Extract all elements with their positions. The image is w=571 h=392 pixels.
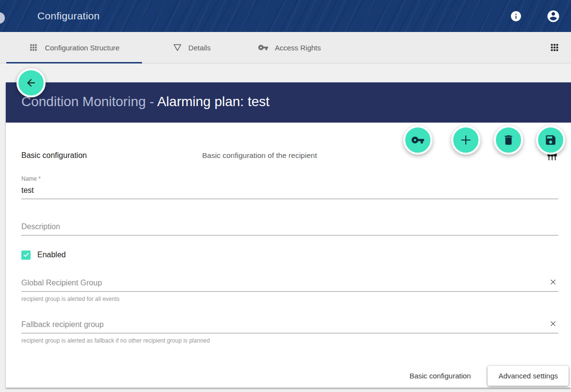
fallback-recipient-group-input[interactable]	[21, 318, 558, 333]
banner-title: Condition Monitoring - Alarming plan: te…	[6, 82, 571, 110]
enabled-label: Enabled	[37, 251, 66, 259]
triangle-icon	[173, 43, 182, 52]
header-actions	[510, 0, 560, 32]
tab-label: Configuration Structure	[45, 44, 119, 52]
save-button[interactable]	[536, 125, 565, 155]
fallback-recipient-group-helper: recipient group is alerted as fallback i…	[21, 337, 558, 344]
enabled-row: Enabled	[21, 250, 558, 260]
account-icon[interactable]	[546, 9, 560, 23]
enabled-checkbox[interactable]	[21, 251, 31, 260]
footer-actions: Basic configuration Advanced settings	[21, 366, 569, 386]
tab-label: Details	[189, 44, 211, 52]
detail-card: Condition Monitoring - Alarming plan: te…	[6, 82, 571, 388]
fallback-recipient-group-field: recipient group is alerted as fallback i…	[21, 318, 558, 344]
section-title: Basic configuration	[21, 151, 202, 160]
clear-icon[interactable]	[549, 320, 557, 328]
left-edge-logo	[0, 12, 5, 24]
add-button[interactable]	[451, 125, 480, 155]
description-field	[21, 220, 558, 235]
access-rights-button[interactable]	[403, 125, 432, 155]
section-subtitle: Basic configuration of the recipient	[202, 151, 317, 160]
tab-details[interactable]: Details	[142, 32, 241, 63]
clear-icon[interactable]	[549, 278, 557, 286]
banner-title-prefix: Condition Monitoring -	[21, 94, 157, 109]
content-area: Condition Monitoring - Alarming plan: te…	[0, 63, 571, 392]
global-recipient-group-input[interactable]	[21, 277, 558, 292]
form-body: Basic configuration Basic configuration …	[6, 123, 571, 386]
grid-icon	[29, 43, 38, 52]
back-button[interactable]	[16, 68, 46, 97]
tab-bar: Configuration Structure Details Access R…	[0, 32, 571, 63]
name-field: Name *	[21, 175, 558, 199]
banner-title-emphasis: Alarming plan: test	[157, 94, 270, 109]
tab-access-rights[interactable]: Access Rights	[241, 32, 338, 63]
advanced-settings-button[interactable]: Advanced settings	[488, 366, 569, 386]
delete-button[interactable]	[494, 125, 523, 155]
name-label: Name *	[21, 175, 558, 182]
basic-configuration-button[interactable]: Basic configuration	[408, 367, 473, 385]
info-icon[interactable]	[510, 10, 522, 22]
title-banner: Condition Monitoring - Alarming plan: te…	[6, 82, 571, 123]
global-recipient-group-helper: recipient group is alerted for all event…	[21, 296, 558, 302]
app-header: Configuration	[0, 0, 571, 32]
key-icon	[258, 42, 269, 53]
apps-menu-icon[interactable]	[549, 42, 560, 53]
description-input[interactable]	[21, 220, 558, 235]
tab-label: Access Rights	[275, 44, 321, 52]
page-title: Configuration	[37, 10, 100, 22]
global-recipient-group-field: recipient group is alerted for all event…	[21, 277, 558, 302]
tab-configuration-structure[interactable]: Configuration Structure	[6, 32, 142, 63]
name-input[interactable]	[21, 184, 558, 199]
